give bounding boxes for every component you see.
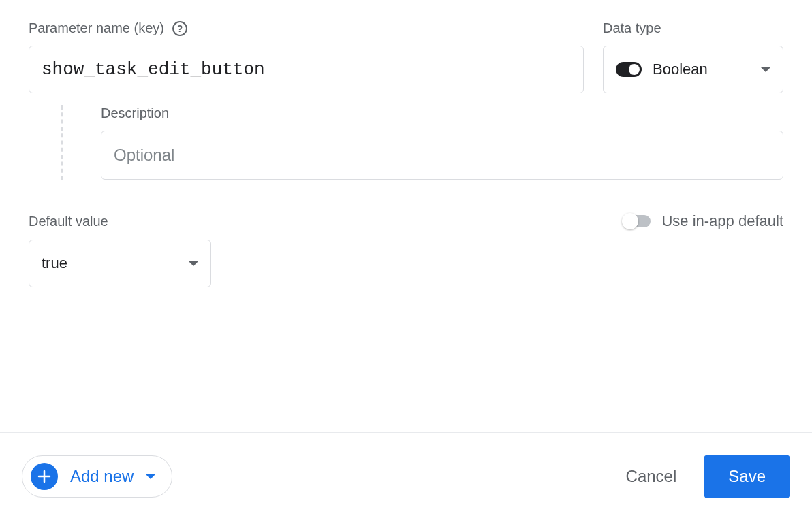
tree-connector [61,105,95,180]
parameter-form: Parameter name (key) ? Data type Boolean… [0,0,812,287]
boolean-icon [616,62,642,77]
data-type-column: Data type Boolean [603,20,783,93]
data-type-select[interactable]: Boolean [603,46,783,93]
parameter-name-label-text: Parameter name (key) [29,20,164,36]
parameter-name-column: Parameter name (key) ? [29,20,584,93]
default-value-text: true [42,255,178,272]
plus-icon [31,463,58,490]
chevron-down-icon [189,261,198,266]
default-value-select[interactable]: true [29,240,211,287]
description-column: Description [101,105,783,180]
default-value-label: Default value [29,214,108,229]
cancel-button[interactable]: Cancel [626,467,677,486]
help-icon[interactable]: ? [172,21,187,36]
parameter-name-label: Parameter name (key) ? [29,20,584,36]
chevron-down-icon [146,474,155,479]
use-inapp-default-toggle[interactable]: Use in-app default [623,212,783,230]
default-value-label-text: Default value [29,214,108,229]
parameter-name-input[interactable] [29,46,584,93]
top-row: Parameter name (key) ? Data type Boolean [29,20,783,93]
add-new-button[interactable]: Add new [22,455,172,498]
data-type-label: Data type [603,20,783,36]
data-type-label-text: Data type [603,20,661,36]
switch-track [623,215,651,227]
description-input[interactable] [101,131,783,180]
default-value-row: Default value Use in-app default [29,212,783,230]
footer-actions: Cancel Save [626,455,790,498]
save-button[interactable]: Save [704,455,790,498]
add-new-label: Add new [70,467,134,486]
description-row: Description [29,105,783,180]
data-type-value: Boolean [653,61,750,78]
footer-bar: Add new Cancel Save [0,432,812,520]
switch-knob [622,213,638,229]
chevron-down-icon [761,67,770,72]
use-inapp-default-label: Use in-app default [661,212,783,230]
description-label-text: Description [101,105,169,121]
description-label: Description [101,105,783,121]
